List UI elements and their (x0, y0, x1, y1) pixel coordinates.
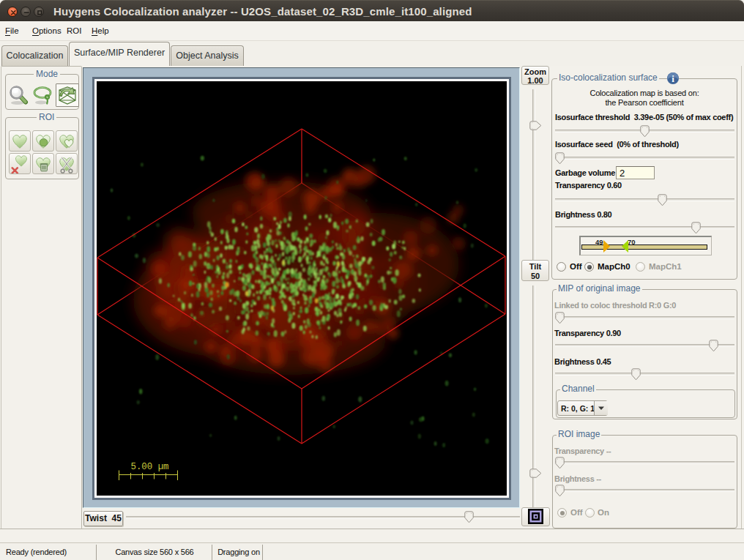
svg-text:i: i (672, 73, 674, 84)
svg-text:5.00 µm: 5.00 µm (131, 462, 169, 472)
